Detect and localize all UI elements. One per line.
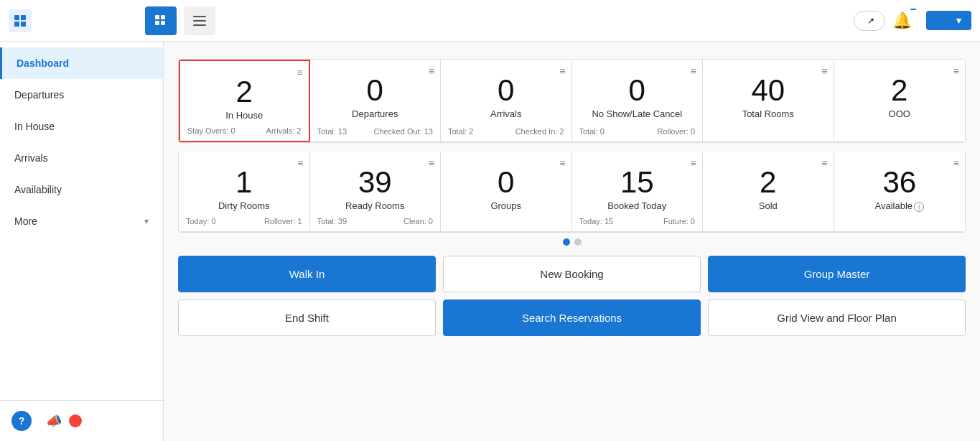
card-number: 2 xyxy=(841,74,958,107)
logo xyxy=(9,9,138,32)
card-row1-4[interactable]: ≡ 40 Total Rooms xyxy=(703,60,834,142)
svg-rect-3 xyxy=(21,22,26,27)
card-menu-icon[interactable]: ≡ xyxy=(559,65,565,77)
card-footer: Total: 13 Checked Out: 13 xyxy=(317,127,434,136)
card-row1-5[interactable]: ≡ 2 OOO xyxy=(834,60,966,142)
card-footer-right: Rollover: 1 xyxy=(264,217,302,226)
card-label: Total Rooms xyxy=(710,108,826,119)
card-number: 2 xyxy=(187,75,302,108)
card-menu-icon[interactable]: ≡ xyxy=(429,65,434,77)
sidebar-nav: Dashboard Departures In House Arrivals A… xyxy=(0,42,163,400)
card-footer-left: Total: 13 xyxy=(317,127,347,136)
action-button-walk-in[interactable]: Walk In xyxy=(178,256,436,292)
card-footer-right: Checked In: 2 xyxy=(515,127,564,136)
card-footer: Today: 15 Future: 0 xyxy=(579,217,696,226)
sidebar-item-dashboard[interactable]: Dashboard xyxy=(0,47,163,79)
helpdesk-button[interactable]: ↗ xyxy=(854,11,885,31)
main-layout: Dashboard Departures In House Arrivals A… xyxy=(0,42,980,441)
card-menu-icon[interactable]: ≡ xyxy=(297,157,303,169)
card-number: 36 xyxy=(841,166,958,199)
cards-row1: ≡ 2 In House Stay Overs: 0 Arrivals: 2 ≡… xyxy=(178,59,966,143)
card-label: Groups xyxy=(448,200,564,211)
grid-view-button[interactable] xyxy=(145,6,177,35)
dot-2[interactable] xyxy=(574,238,582,246)
card-menu-icon[interactable]: ≡ xyxy=(559,157,565,169)
svg-rect-9 xyxy=(193,20,206,22)
card-menu-icon[interactable]: ≡ xyxy=(691,65,696,77)
sidebar-label-more: More xyxy=(14,215,37,227)
card-row2-5[interactable]: ≡ 36 Availablei xyxy=(834,152,966,232)
header: ↗ 🔔 👤 ▾ xyxy=(0,0,980,42)
card-row1-3[interactable]: ≡ 0 No Show/Late Cancel Total: 0 Rollove… xyxy=(572,60,704,142)
card-label: Departures xyxy=(317,108,434,119)
sidebar-item-inhouse[interactable]: In House xyxy=(0,111,163,142)
sidebar-label-dashboard: Dashboard xyxy=(17,57,69,69)
menu-button[interactable] xyxy=(184,6,215,35)
card-menu-icon[interactable]: ≡ xyxy=(953,157,959,169)
action-button-search-reservations[interactable]: Search Reservations xyxy=(443,300,701,336)
card-label: Sold xyxy=(710,200,826,211)
svg-rect-4 xyxy=(155,15,159,19)
card-footer-left: Total: 39 xyxy=(317,217,347,226)
card-menu-icon[interactable]: ≡ xyxy=(953,65,959,77)
card-row2-1[interactable]: ≡ 39 Ready Rooms Total: 39 Clean: 0 xyxy=(310,152,442,232)
card-number: 0 xyxy=(448,74,564,107)
action-button-group-master[interactable]: Group Master xyxy=(708,256,966,292)
card-footer: Today: 0 Rollover: 1 xyxy=(186,217,302,226)
notification-badge xyxy=(910,9,916,10)
card-number: 0 xyxy=(579,74,696,107)
card-row2-0[interactable]: ≡ 1 Dirty Rooms Today: 0 Rollover: 1 xyxy=(179,152,310,232)
sidebar-label-arrivals: Arrivals xyxy=(14,152,48,164)
card-footer-left: Total: 0 xyxy=(579,127,605,136)
card-number: 39 xyxy=(317,166,434,199)
cards-row2: ≡ 1 Dirty Rooms Today: 0 Rollover: 1 ≡ 3… xyxy=(178,152,966,233)
svg-rect-6 xyxy=(155,21,159,25)
action-button-grid-view-and-floor-plan[interactable]: Grid View and Floor Plan xyxy=(708,300,966,336)
card-row1-1[interactable]: ≡ 0 Departures Total: 13 Checked Out: 13 xyxy=(310,60,442,142)
dashboard-content: ≡ 2 In House Stay Overs: 0 Arrivals: 2 ≡… xyxy=(164,42,980,441)
card-footer-left: Today: 15 xyxy=(579,217,614,226)
card-label: Dirty Rooms xyxy=(186,200,302,211)
card-footer: Total: 0 Rollover: 0 xyxy=(579,127,696,136)
card-row2-3[interactable]: ≡ 15 Booked Today Today: 15 Future: 0 xyxy=(572,152,704,232)
card-row2-4[interactable]: ≡ 2 Sold xyxy=(703,152,834,232)
svg-rect-1 xyxy=(21,15,26,20)
card-footer-left: Today: 0 xyxy=(186,217,216,226)
card-menu-icon[interactable]: ≡ xyxy=(429,157,434,169)
sidebar-item-departures[interactable]: Departures xyxy=(0,79,163,111)
card-number: 1 xyxy=(186,166,302,199)
card-footer-right: Future: 0 xyxy=(663,217,695,226)
sidebar-label-availability: Availability xyxy=(14,184,62,195)
card-menu-icon[interactable]: ≡ xyxy=(821,65,827,77)
card-footer-left: Total: 2 xyxy=(448,127,473,136)
notifications-button[interactable]: 🔔 xyxy=(892,11,912,30)
sidebar-item-arrivals[interactable]: Arrivals xyxy=(0,142,163,174)
sidebar-item-availability[interactable]: Availability xyxy=(0,174,163,205)
card-number: 0 xyxy=(448,166,564,199)
card-footer: Stay Overs: 0 Arrivals: 2 xyxy=(187,126,302,135)
card-menu-icon[interactable]: ≡ xyxy=(691,157,696,169)
card-row2-2[interactable]: ≡ 0 Groups xyxy=(441,152,572,232)
action-button-new-booking[interactable]: New Booking xyxy=(443,256,701,292)
sidebar-item-more[interactable]: More ▾ xyxy=(0,205,163,237)
user-menu-button[interactable]: 👤 ▾ xyxy=(926,11,971,30)
dot-1[interactable] xyxy=(563,238,570,246)
card-menu-icon[interactable]: ≡ xyxy=(821,157,827,169)
action-button-end-shift[interactable]: End Shift xyxy=(178,300,436,336)
card-number: 2 xyxy=(710,166,826,199)
card-row1-0[interactable]: ≡ 2 In House Stay Overs: 0 Arrivals: 2 xyxy=(179,60,310,142)
sidebar-label-departures: Departures xyxy=(14,89,64,101)
card-row1-2[interactable]: ≡ 0 Arrivals Total: 2 Checked In: 2 xyxy=(441,60,572,142)
user-avatar-icon: 👤 xyxy=(936,15,948,26)
sidebar-label-inhouse: In House xyxy=(14,121,55,132)
card-number: 40 xyxy=(710,74,826,107)
info-icon: i xyxy=(914,202,924,212)
help-button[interactable]: ? xyxy=(11,411,32,431)
card-label: OOO xyxy=(841,108,958,119)
card-label: Availablei xyxy=(841,200,958,212)
svg-rect-10 xyxy=(193,24,206,26)
card-menu-icon[interactable]: ≡ xyxy=(297,67,302,78)
card-footer-right: Checked Out: 13 xyxy=(373,127,433,136)
card-number: 0 xyxy=(317,74,434,107)
card-footer-right: Rollover: 0 xyxy=(657,127,695,136)
